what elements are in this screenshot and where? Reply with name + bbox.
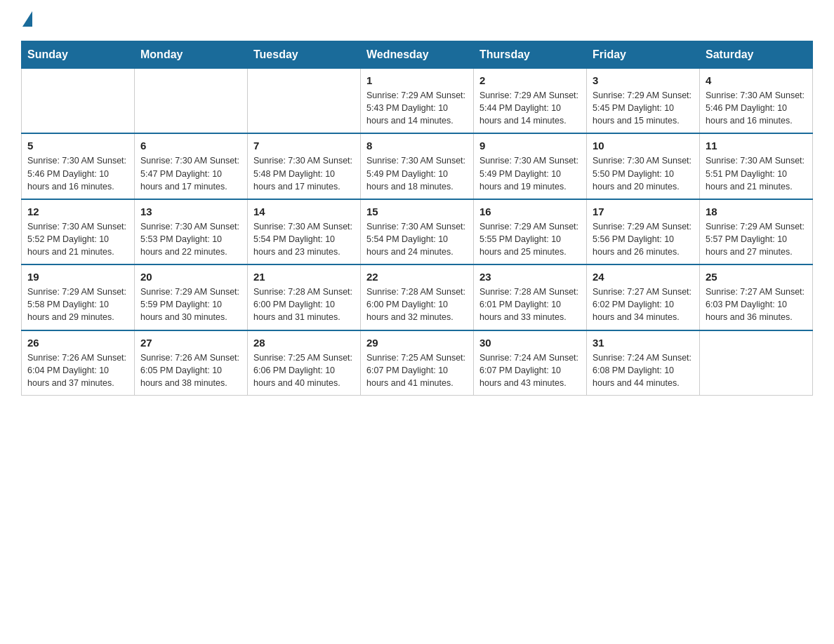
day-info: Sunrise: 7:28 AM Sunset: 6:00 PM Dayligh…: [253, 286, 355, 323]
calendar-day-cell: [248, 69, 361, 134]
calendar-day-cell: 7Sunrise: 7:30 AM Sunset: 5:48 PM Daylig…: [248, 133, 361, 199]
calendar-day-cell: 13Sunrise: 7:30 AM Sunset: 5:53 PM Dayli…: [135, 199, 248, 264]
day-info: Sunrise: 7:30 AM Sunset: 5:49 PM Dayligh…: [479, 154, 581, 192]
day-number: 4: [706, 74, 807, 86]
calendar-day-cell: 18Sunrise: 7:29 AM Sunset: 5:57 PM Dayli…: [700, 199, 813, 264]
day-info: Sunrise: 7:30 AM Sunset: 5:48 PM Dayligh…: [253, 154, 355, 192]
calendar-day-cell: 24Sunrise: 7:27 AM Sunset: 6:02 PM Dayli…: [587, 264, 700, 330]
calendar-day-cell: [135, 69, 248, 134]
day-info: Sunrise: 7:30 AM Sunset: 5:49 PM Dayligh…: [366, 154, 468, 192]
calendar-day-cell: 30Sunrise: 7:24 AM Sunset: 6:07 PM Dayli…: [474, 330, 587, 396]
day-number: 19: [27, 271, 128, 283]
day-info: Sunrise: 7:29 AM Sunset: 5:56 PM Dayligh…: [593, 220, 694, 258]
calendar-header: SundayMondayTuesdayWednesdayThursdayFrid…: [22, 41, 813, 69]
day-info: Sunrise: 7:30 AM Sunset: 5:51 PM Dayligh…: [706, 154, 807, 192]
day-info: Sunrise: 7:25 AM Sunset: 6:06 PM Dayligh…: [253, 351, 355, 389]
day-number: 14: [253, 206, 355, 217]
day-number: 7: [253, 140, 355, 152]
day-number: 22: [366, 271, 468, 283]
day-info: Sunrise: 7:24 AM Sunset: 6:08 PM Dayligh…: [593, 351, 694, 389]
day-number: 20: [140, 271, 241, 283]
calendar-day-cell: 22Sunrise: 7:28 AM Sunset: 6:00 PM Dayli…: [361, 264, 474, 330]
calendar-day-cell: 28Sunrise: 7:25 AM Sunset: 6:06 PM Dayli…: [248, 330, 361, 396]
calendar-day-cell: 6Sunrise: 7:30 AM Sunset: 5:47 PM Daylig…: [135, 133, 248, 199]
calendar-day-cell: 17Sunrise: 7:29 AM Sunset: 5:56 PM Dayli…: [587, 199, 700, 264]
day-info: Sunrise: 7:30 AM Sunset: 5:53 PM Dayligh…: [140, 220, 241, 258]
day-number: 13: [140, 206, 241, 217]
day-of-week-header: Saturday: [700, 41, 813, 69]
day-info: Sunrise: 7:24 AM Sunset: 6:07 PM Dayligh…: [479, 351, 581, 389]
calendar-day-cell: 1Sunrise: 7:29 AM Sunset: 5:43 PM Daylig…: [361, 69, 474, 134]
day-of-week-header: Sunday: [22, 41, 135, 69]
calendar-day-cell: 25Sunrise: 7:27 AM Sunset: 6:03 PM Dayli…: [700, 264, 813, 330]
calendar-week-row: 26Sunrise: 7:26 AM Sunset: 6:04 PM Dayli…: [22, 330, 813, 396]
calendar-day-cell: 27Sunrise: 7:26 AM Sunset: 6:05 PM Dayli…: [135, 330, 248, 396]
day-of-week-header: Monday: [135, 41, 248, 69]
calendar-day-cell: 14Sunrise: 7:30 AM Sunset: 5:54 PM Dayli…: [248, 199, 361, 264]
page-header: [21, 14, 813, 27]
day-info: Sunrise: 7:29 AM Sunset: 5:59 PM Dayligh…: [140, 286, 241, 323]
day-of-week-header: Friday: [587, 41, 700, 69]
day-number: 10: [593, 140, 694, 152]
day-info: Sunrise: 7:29 AM Sunset: 5:44 PM Dayligh…: [479, 89, 581, 127]
day-number: 1: [366, 74, 468, 86]
day-number: 24: [593, 271, 694, 283]
day-info: Sunrise: 7:26 AM Sunset: 6:05 PM Dayligh…: [140, 351, 241, 389]
day-info: Sunrise: 7:27 AM Sunset: 6:02 PM Dayligh…: [593, 286, 694, 323]
calendar-day-cell: 11Sunrise: 7:30 AM Sunset: 5:51 PM Dayli…: [700, 133, 813, 199]
day-number: 5: [27, 140, 128, 152]
day-number: 17: [593, 206, 694, 217]
day-number: 18: [706, 206, 807, 217]
header-row: SundayMondayTuesdayWednesdayThursdayFrid…: [22, 41, 813, 69]
calendar-day-cell: 19Sunrise: 7:29 AM Sunset: 5:58 PM Dayli…: [22, 264, 135, 330]
day-info: Sunrise: 7:30 AM Sunset: 5:54 PM Dayligh…: [253, 220, 355, 258]
day-number: 6: [140, 140, 241, 152]
day-info: Sunrise: 7:30 AM Sunset: 5:47 PM Dayligh…: [140, 154, 241, 192]
day-of-week-header: Tuesday: [248, 41, 361, 69]
day-info: Sunrise: 7:30 AM Sunset: 5:54 PM Dayligh…: [366, 220, 468, 258]
day-info: Sunrise: 7:30 AM Sunset: 5:50 PM Dayligh…: [593, 154, 694, 192]
day-info: Sunrise: 7:25 AM Sunset: 6:07 PM Dayligh…: [366, 351, 468, 389]
day-info: Sunrise: 7:29 AM Sunset: 5:58 PM Dayligh…: [27, 286, 128, 323]
day-number: 2: [479, 74, 581, 86]
calendar-week-row: 19Sunrise: 7:29 AM Sunset: 5:58 PM Dayli…: [22, 264, 813, 330]
calendar-body: 1Sunrise: 7:29 AM Sunset: 5:43 PM Daylig…: [22, 69, 813, 396]
day-number: 25: [706, 271, 807, 283]
day-number: 29: [366, 337, 468, 349]
day-info: Sunrise: 7:30 AM Sunset: 5:46 PM Dayligh…: [706, 89, 807, 127]
day-number: 3: [593, 74, 694, 86]
day-number: 27: [140, 337, 241, 349]
calendar-day-cell: 20Sunrise: 7:29 AM Sunset: 5:59 PM Dayli…: [135, 264, 248, 330]
calendar-day-cell: 10Sunrise: 7:30 AM Sunset: 5:50 PM Dayli…: [587, 133, 700, 199]
day-of-week-header: Thursday: [474, 41, 587, 69]
day-of-week-header: Wednesday: [361, 41, 474, 69]
day-number: 8: [366, 140, 468, 152]
day-number: 31: [593, 337, 694, 349]
calendar-day-cell: 3Sunrise: 7:29 AM Sunset: 5:45 PM Daylig…: [587, 69, 700, 134]
day-info: Sunrise: 7:29 AM Sunset: 5:55 PM Dayligh…: [479, 220, 581, 258]
day-number: 23: [479, 271, 581, 283]
calendar-day-cell: 21Sunrise: 7:28 AM Sunset: 6:00 PM Dayli…: [248, 264, 361, 330]
day-info: Sunrise: 7:26 AM Sunset: 6:04 PM Dayligh…: [27, 351, 128, 389]
calendar-week-row: 5Sunrise: 7:30 AM Sunset: 5:46 PM Daylig…: [22, 133, 813, 199]
day-info: Sunrise: 7:29 AM Sunset: 5:57 PM Dayligh…: [706, 220, 807, 258]
day-number: 9: [479, 140, 581, 152]
day-number: 28: [253, 337, 355, 349]
day-info: Sunrise: 7:30 AM Sunset: 5:46 PM Dayligh…: [27, 154, 128, 192]
calendar-day-cell: 5Sunrise: 7:30 AM Sunset: 5:46 PM Daylig…: [22, 133, 135, 199]
day-number: 11: [706, 140, 807, 152]
day-info: Sunrise: 7:29 AM Sunset: 5:43 PM Dayligh…: [366, 89, 468, 127]
day-number: 21: [253, 271, 355, 283]
calendar-day-cell: 15Sunrise: 7:30 AM Sunset: 5:54 PM Dayli…: [361, 199, 474, 264]
calendar-day-cell: 12Sunrise: 7:30 AM Sunset: 5:52 PM Dayli…: [22, 199, 135, 264]
calendar-table: SundayMondayTuesdayWednesdayThursdayFrid…: [21, 41, 813, 396]
logo-triangle-icon: [22, 11, 32, 27]
day-number: 26: [27, 337, 128, 349]
day-number: 30: [479, 337, 581, 349]
calendar-day-cell: 16Sunrise: 7:29 AM Sunset: 5:55 PM Dayli…: [474, 199, 587, 264]
logo: [21, 14, 32, 27]
calendar-day-cell: [22, 69, 135, 134]
calendar-week-row: 1Sunrise: 7:29 AM Sunset: 5:43 PM Daylig…: [22, 69, 813, 134]
calendar-day-cell: 26Sunrise: 7:26 AM Sunset: 6:04 PM Dayli…: [22, 330, 135, 396]
calendar-week-row: 12Sunrise: 7:30 AM Sunset: 5:52 PM Dayli…: [22, 199, 813, 264]
